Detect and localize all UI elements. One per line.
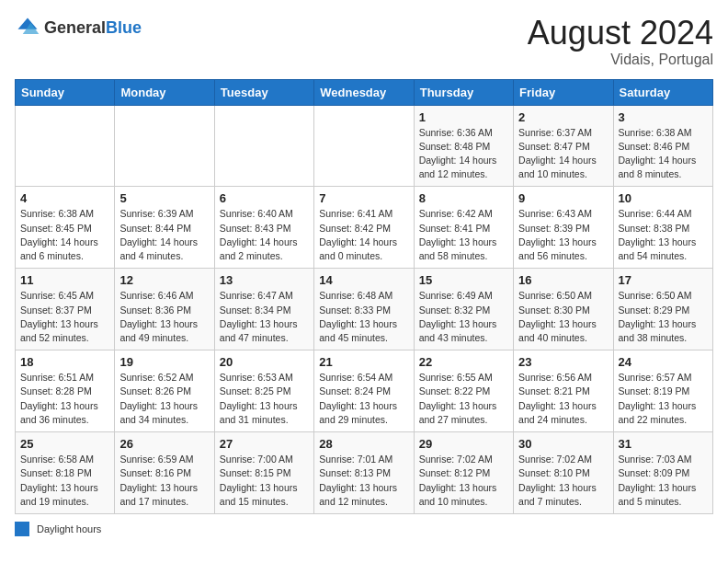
day-number: 7 (319, 191, 408, 205)
day-info: Sunrise: 6:48 AMSunset: 8:33 PMDaylight:… (319, 289, 408, 345)
day-info: Sunrise: 6:55 AMSunset: 8:22 PMDaylight:… (419, 371, 508, 427)
day-number: 18 (20, 355, 109, 369)
day-number: 8 (419, 191, 508, 205)
day-info: Sunrise: 6:43 AMSunset: 8:39 PMDaylight:… (518, 207, 608, 263)
day-info: Sunrise: 6:46 AMSunset: 8:36 PMDaylight:… (119, 289, 209, 345)
day-info: Sunrise: 6:38 AMSunset: 8:46 PMDaylight:… (619, 126, 708, 182)
calendar-cell: 12Sunrise: 6:46 AMSunset: 8:36 PMDayligh… (115, 269, 214, 350)
calendar-cell: 6Sunrise: 6:40 AMSunset: 8:43 PMDaylight… (214, 187, 313, 269)
day-number: 31 (619, 437, 708, 451)
day-number: 22 (419, 355, 508, 369)
day-info: Sunrise: 7:02 AMSunset: 8:10 PMDaylight:… (518, 453, 608, 509)
day-info: Sunrise: 6:50 AMSunset: 8:30 PMDaylight:… (518, 289, 608, 345)
week-row-4: 18Sunrise: 6:51 AMSunset: 8:28 PMDayligh… (16, 350, 713, 432)
calendar-cell: 8Sunrise: 6:42 AMSunset: 8:41 PMDaylight… (414, 187, 513, 269)
day-number: 11 (20, 273, 109, 287)
day-number: 24 (619, 355, 708, 369)
header-day-monday: Monday (115, 79, 214, 105)
calendar-cell: 13Sunrise: 6:47 AMSunset: 8:34 PMDayligh… (214, 269, 313, 350)
day-info: Sunrise: 6:38 AMSunset: 8:45 PMDaylight:… (20, 207, 109, 263)
day-number: 4 (20, 191, 109, 205)
day-info: Sunrise: 6:40 AMSunset: 8:43 PMDaylight:… (220, 207, 309, 263)
day-info: Sunrise: 6:53 AMSunset: 8:25 PMDaylight:… (220, 371, 309, 427)
week-row-3: 11Sunrise: 6:45 AMSunset: 8:37 PMDayligh… (16, 269, 713, 350)
calendar-cell: 21Sunrise: 6:54 AMSunset: 8:24 PMDayligh… (314, 350, 414, 432)
day-info: Sunrise: 6:50 AMSunset: 8:29 PMDaylight:… (619, 289, 708, 345)
day-info: Sunrise: 6:41 AMSunset: 8:42 PMDaylight:… (319, 207, 408, 263)
day-number: 1 (419, 110, 508, 124)
calendar-cell: 24Sunrise: 6:57 AMSunset: 8:19 PMDayligh… (613, 350, 712, 432)
calendar-table: SundayMondayTuesdayWednesdayThursdayFrid… (15, 79, 713, 514)
day-number: 6 (220, 191, 309, 205)
day-number: 25 (20, 437, 109, 451)
calendar-cell: 10Sunrise: 6:44 AMSunset: 8:38 PMDayligh… (613, 187, 712, 269)
calendar-body: 1Sunrise: 6:36 AMSunset: 8:48 PMDaylight… (16, 105, 713, 513)
calendar-cell: 18Sunrise: 6:51 AMSunset: 8:28 PMDayligh… (16, 350, 115, 432)
day-number: 15 (419, 273, 508, 287)
header-day-thursday: Thursday (414, 79, 513, 105)
day-number: 29 (419, 437, 508, 451)
calendar-cell: 30Sunrise: 7:02 AMSunset: 8:10 PMDayligh… (514, 432, 613, 514)
logo-icon (15, 15, 40, 40)
calendar-cell: 2Sunrise: 6:37 AMSunset: 8:47 PMDaylight… (514, 105, 613, 187)
calendar-cell: 17Sunrise: 6:50 AMSunset: 8:29 PMDayligh… (613, 269, 712, 350)
day-number: 12 (119, 273, 209, 287)
calendar-cell (115, 105, 214, 187)
day-info: Sunrise: 7:01 AMSunset: 8:13 PMDaylight:… (319, 453, 408, 509)
calendar-cell (16, 105, 115, 187)
day-info: Sunrise: 7:00 AMSunset: 8:15 PMDaylight:… (220, 453, 309, 509)
title-block: August 2024 Vidais, Portugal (528, 15, 713, 68)
header-day-saturday: Saturday (613, 79, 712, 105)
day-number: 13 (220, 273, 309, 287)
legend: Daylight hours (15, 522, 713, 536)
day-info: Sunrise: 6:59 AMSunset: 8:16 PMDaylight:… (119, 453, 209, 509)
calendar-cell: 29Sunrise: 7:02 AMSunset: 8:12 PMDayligh… (414, 432, 513, 514)
calendar-cell: 20Sunrise: 6:53 AMSunset: 8:25 PMDayligh… (214, 350, 313, 432)
day-number: 19 (119, 355, 209, 369)
calendar-cell: 22Sunrise: 6:55 AMSunset: 8:22 PMDayligh… (414, 350, 513, 432)
day-info: Sunrise: 6:56 AMSunset: 8:21 PMDaylight:… (518, 371, 608, 427)
calendar-cell: 5Sunrise: 6:39 AMSunset: 8:44 PMDaylight… (115, 187, 214, 269)
day-number: 30 (518, 437, 608, 451)
header-day-wednesday: Wednesday (314, 79, 414, 105)
day-number: 27 (220, 437, 309, 451)
day-info: Sunrise: 6:39 AMSunset: 8:44 PMDaylight:… (119, 207, 209, 263)
day-number: 17 (619, 273, 708, 287)
calendar-cell: 11Sunrise: 6:45 AMSunset: 8:37 PMDayligh… (16, 269, 115, 350)
day-number: 23 (518, 355, 608, 369)
day-number: 10 (619, 191, 708, 205)
legend-label: Daylight hours (37, 523, 101, 534)
day-info: Sunrise: 7:02 AMSunset: 8:12 PMDaylight:… (419, 453, 508, 509)
day-number: 14 (319, 273, 408, 287)
calendar-cell: 25Sunrise: 6:58 AMSunset: 8:18 PMDayligh… (16, 432, 115, 514)
calendar-cell: 26Sunrise: 6:59 AMSunset: 8:16 PMDayligh… (115, 432, 214, 514)
week-row-1: 1Sunrise: 6:36 AMSunset: 8:48 PMDaylight… (16, 105, 713, 187)
day-info: Sunrise: 6:51 AMSunset: 8:28 PMDaylight:… (20, 371, 109, 427)
calendar-cell: 7Sunrise: 6:41 AMSunset: 8:42 PMDaylight… (314, 187, 414, 269)
header-row: SundayMondayTuesdayWednesdayThursdayFrid… (16, 79, 713, 105)
week-row-5: 25Sunrise: 6:58 AMSunset: 8:18 PMDayligh… (16, 432, 713, 514)
day-number: 20 (220, 355, 309, 369)
calendar-cell: 31Sunrise: 7:03 AMSunset: 8:09 PMDayligh… (613, 432, 712, 514)
logo-general-text: General (44, 18, 106, 37)
day-number: 9 (518, 191, 608, 205)
day-number: 21 (319, 355, 408, 369)
logo-blue-text: Blue (106, 18, 142, 37)
day-info: Sunrise: 6:58 AMSunset: 8:18 PMDaylight:… (20, 453, 109, 509)
day-info: Sunrise: 6:49 AMSunset: 8:32 PMDaylight:… (419, 289, 508, 345)
day-number: 5 (119, 191, 209, 205)
calendar-cell: 1Sunrise: 6:36 AMSunset: 8:48 PMDaylight… (414, 105, 513, 187)
day-info: Sunrise: 6:54 AMSunset: 8:24 PMDaylight:… (319, 371, 408, 427)
header-day-tuesday: Tuesday (214, 79, 313, 105)
legend-color-box (15, 522, 29, 536)
day-info: Sunrise: 6:44 AMSunset: 8:38 PMDaylight:… (619, 207, 708, 263)
day-info: Sunrise: 6:42 AMSunset: 8:41 PMDaylight:… (419, 207, 508, 263)
day-info: Sunrise: 6:52 AMSunset: 8:26 PMDaylight:… (119, 371, 209, 427)
calendar-header: SundayMondayTuesdayWednesdayThursdayFrid… (16, 79, 713, 105)
week-row-2: 4Sunrise: 6:38 AMSunset: 8:45 PMDaylight… (16, 187, 713, 269)
calendar-cell: 3Sunrise: 6:38 AMSunset: 8:46 PMDaylight… (613, 105, 712, 187)
calendar-cell (214, 105, 313, 187)
day-info: Sunrise: 7:03 AMSunset: 8:09 PMDaylight:… (619, 453, 708, 509)
calendar-cell: 27Sunrise: 7:00 AMSunset: 8:15 PMDayligh… (214, 432, 313, 514)
calendar-cell: 23Sunrise: 6:56 AMSunset: 8:21 PMDayligh… (514, 350, 613, 432)
